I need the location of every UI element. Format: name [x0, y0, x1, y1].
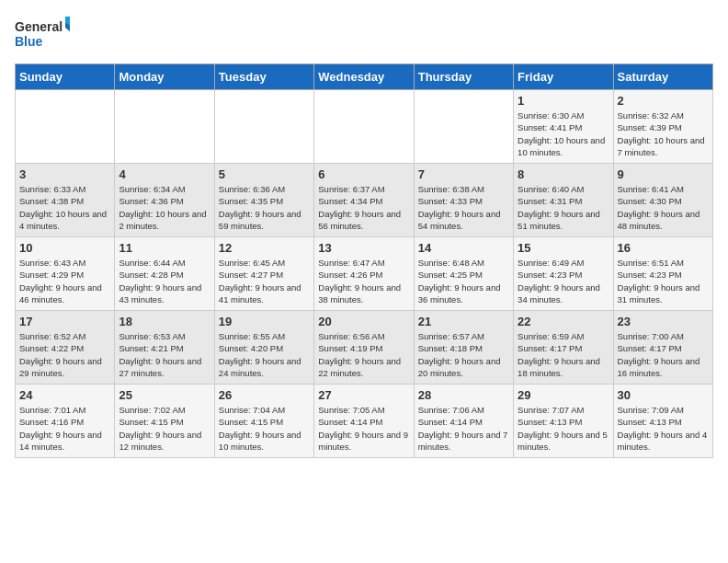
day-number: 25: [119, 388, 210, 402]
calendar-table: SundayMondayTuesdayWednesdayThursdayFrid…: [15, 63, 713, 458]
day-info: Sunrise: 6:51 AM Sunset: 4:23 PM Dayligh…: [618, 257, 709, 305]
day-info: Sunrise: 7:06 AM Sunset: 4:14 PM Dayligh…: [418, 404, 509, 453]
day-number: 6: [318, 167, 409, 181]
day-number: 11: [119, 241, 210, 255]
week-row: 17Sunrise: 6:52 AM Sunset: 4:22 PM Dayli…: [16, 311, 713, 385]
header: General Blue: [15, 15, 713, 56]
calendar-cell: 13Sunrise: 6:47 AM Sunset: 4:26 PM Dayli…: [314, 237, 414, 311]
calendar-cell: 26Sunrise: 7:04 AM Sunset: 4:15 PM Dayli…: [214, 385, 313, 458]
day-number: 18: [119, 315, 210, 328]
calendar-cell: 3Sunrise: 6:33 AM Sunset: 4:38 PM Daylig…: [16, 164, 115, 237]
day-number: 19: [219, 315, 310, 328]
calendar-cell: [314, 90, 414, 164]
day-info: Sunrise: 6:30 AM Sunset: 4:41 PM Dayligh…: [518, 109, 609, 158]
header-day: Thursday: [414, 64, 513, 90]
day-number: 10: [19, 241, 110, 255]
calendar-cell: [414, 90, 513, 164]
calendar-cell: 6Sunrise: 6:37 AM Sunset: 4:34 PM Daylig…: [314, 164, 414, 237]
day-info: Sunrise: 7:07 AM Sunset: 4:13 PM Dayligh…: [518, 404, 609, 453]
day-number: 13: [318, 241, 409, 255]
calendar-cell: 14Sunrise: 6:48 AM Sunset: 4:25 PM Dayli…: [414, 237, 513, 311]
day-info: Sunrise: 6:38 AM Sunset: 4:33 PM Dayligh…: [418, 183, 509, 232]
day-info: Sunrise: 6:34 AM Sunset: 4:36 PM Dayligh…: [119, 183, 210, 232]
day-number: 26: [219, 388, 310, 402]
day-info: Sunrise: 7:02 AM Sunset: 4:15 PM Dayligh…: [119, 404, 210, 453]
day-number: 17: [19, 315, 110, 328]
day-number: 3: [19, 167, 110, 181]
header-day: Monday: [115, 64, 214, 90]
calendar-cell: 28Sunrise: 7:06 AM Sunset: 4:14 PM Dayli…: [414, 385, 513, 458]
calendar-cell: 23Sunrise: 7:00 AM Sunset: 4:17 PM Dayli…: [613, 311, 712, 385]
day-info: Sunrise: 6:45 AM Sunset: 4:27 PM Dayligh…: [219, 257, 310, 305]
logo-svg: General Blue: [15, 15, 70, 56]
calendar-cell: 30Sunrise: 7:09 AM Sunset: 4:13 PM Dayli…: [613, 385, 712, 458]
calendar-cell: 25Sunrise: 7:02 AM Sunset: 4:15 PM Dayli…: [115, 385, 214, 458]
day-info: Sunrise: 6:56 AM Sunset: 4:19 PM Dayligh…: [318, 330, 409, 379]
header-day: Saturday: [613, 64, 712, 90]
day-number: 24: [19, 388, 110, 402]
day-info: Sunrise: 6:40 AM Sunset: 4:31 PM Dayligh…: [518, 183, 609, 232]
day-info: Sunrise: 6:37 AM Sunset: 4:34 PM Dayligh…: [318, 183, 409, 232]
calendar-cell: 20Sunrise: 6:56 AM Sunset: 4:19 PM Dayli…: [314, 311, 414, 385]
calendar-cell: [214, 90, 313, 164]
day-info: Sunrise: 7:05 AM Sunset: 4:14 PM Dayligh…: [318, 404, 409, 453]
week-row: 1Sunrise: 6:30 AM Sunset: 4:41 PM Daylig…: [16, 90, 713, 164]
calendar-cell: 27Sunrise: 7:05 AM Sunset: 4:14 PM Dayli…: [314, 385, 414, 458]
day-info: Sunrise: 7:09 AM Sunset: 4:13 PM Dayligh…: [618, 404, 709, 453]
calendar-cell: 21Sunrise: 6:57 AM Sunset: 4:18 PM Dayli…: [414, 311, 513, 385]
day-number: 8: [518, 167, 609, 181]
day-number: 4: [119, 167, 210, 181]
day-number: 30: [618, 388, 709, 402]
day-info: Sunrise: 6:33 AM Sunset: 4:38 PM Dayligh…: [19, 183, 110, 232]
calendar-cell: 12Sunrise: 6:45 AM Sunset: 4:27 PM Dayli…: [214, 237, 313, 311]
day-number: 14: [418, 241, 509, 255]
calendar-cell: 4Sunrise: 6:34 AM Sunset: 4:36 PM Daylig…: [115, 164, 214, 237]
calendar-cell: 16Sunrise: 6:51 AM Sunset: 4:23 PM Dayli…: [613, 237, 712, 311]
svg-text:General: General: [15, 19, 63, 34]
day-info: Sunrise: 6:49 AM Sunset: 4:23 PM Dayligh…: [518, 257, 609, 305]
day-info: Sunrise: 6:44 AM Sunset: 4:28 PM Dayligh…: [119, 257, 210, 305]
day-number: 2: [618, 94, 709, 108]
day-number: 16: [618, 241, 709, 255]
header-day: Tuesday: [214, 64, 313, 90]
day-info: Sunrise: 6:32 AM Sunset: 4:39 PM Dayligh…: [618, 109, 709, 158]
header-day: Wednesday: [314, 64, 414, 90]
day-number: 23: [618, 315, 709, 328]
day-number: 12: [219, 241, 310, 255]
day-number: 5: [219, 167, 310, 181]
calendar-cell: 8Sunrise: 6:40 AM Sunset: 4:31 PM Daylig…: [514, 164, 613, 237]
day-number: 1: [518, 94, 609, 108]
day-number: 22: [518, 315, 609, 328]
week-row: 10Sunrise: 6:43 AM Sunset: 4:29 PM Dayli…: [16, 237, 713, 311]
calendar-cell: 22Sunrise: 6:59 AM Sunset: 4:17 PM Dayli…: [514, 311, 613, 385]
calendar-cell: 5Sunrise: 6:36 AM Sunset: 4:35 PM Daylig…: [214, 164, 313, 237]
day-info: Sunrise: 6:53 AM Sunset: 4:21 PM Dayligh…: [119, 330, 210, 379]
day-number: 28: [418, 388, 509, 402]
calendar-cell: 24Sunrise: 7:01 AM Sunset: 4:16 PM Dayli…: [16, 385, 115, 458]
day-info: Sunrise: 6:41 AM Sunset: 4:30 PM Dayligh…: [618, 183, 709, 232]
calendar-cell: 1Sunrise: 6:30 AM Sunset: 4:41 PM Daylig…: [514, 90, 613, 164]
calendar-cell: [16, 90, 115, 164]
calendar-cell: 29Sunrise: 7:07 AM Sunset: 4:13 PM Dayli…: [514, 385, 613, 458]
day-number: 21: [418, 315, 509, 328]
calendar-cell: 19Sunrise: 6:55 AM Sunset: 4:20 PM Dayli…: [214, 311, 313, 385]
day-info: Sunrise: 6:55 AM Sunset: 4:20 PM Dayligh…: [219, 330, 310, 379]
day-info: Sunrise: 6:43 AM Sunset: 4:29 PM Dayligh…: [19, 257, 110, 305]
svg-text:Blue: Blue: [15, 34, 43, 49]
day-info: Sunrise: 6:48 AM Sunset: 4:25 PM Dayligh…: [418, 257, 509, 305]
day-info: Sunrise: 6:57 AM Sunset: 4:18 PM Dayligh…: [418, 330, 509, 379]
day-info: Sunrise: 7:00 AM Sunset: 4:17 PM Dayligh…: [618, 330, 709, 379]
calendar-cell: 7Sunrise: 6:38 AM Sunset: 4:33 PM Daylig…: [414, 164, 513, 237]
day-number: 9: [618, 167, 709, 181]
day-info: Sunrise: 6:52 AM Sunset: 4:22 PM Dayligh…: [19, 330, 110, 379]
calendar-cell: [115, 90, 214, 164]
calendar-cell: 2Sunrise: 6:32 AM Sunset: 4:39 PM Daylig…: [613, 90, 712, 164]
calendar-cell: 9Sunrise: 6:41 AM Sunset: 4:30 PM Daylig…: [613, 164, 712, 237]
day-number: 20: [318, 315, 409, 328]
day-number: 7: [418, 167, 509, 181]
header-day: Friday: [514, 64, 613, 90]
day-info: Sunrise: 7:04 AM Sunset: 4:15 PM Dayligh…: [219, 404, 310, 453]
day-info: Sunrise: 7:01 AM Sunset: 4:16 PM Dayligh…: [19, 404, 110, 453]
calendar-cell: 17Sunrise: 6:52 AM Sunset: 4:22 PM Dayli…: [16, 311, 115, 385]
day-info: Sunrise: 6:36 AM Sunset: 4:35 PM Dayligh…: [219, 183, 310, 232]
